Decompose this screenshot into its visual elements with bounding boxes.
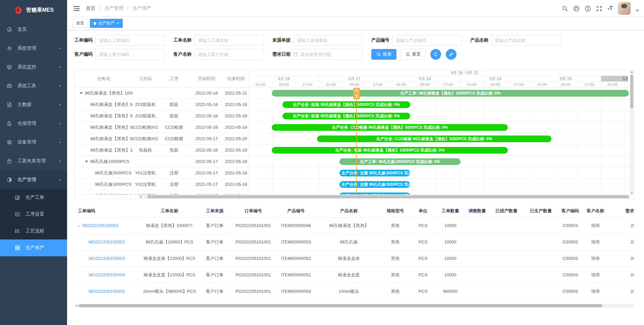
gantt-row[interactable]: 96孔移液盒【黑色】5000P Z02组装机组装 2022-05-162022-… <box>75 110 634 122</box>
work-order-name-input[interactable] <box>194 35 264 46</box>
sidebar-item-process-settings[interactable]: 工序设置 <box>0 206 67 223</box>
customer-name-input[interactable] <box>194 49 264 60</box>
scrollbar-thumb[interactable] <box>630 75 633 108</box>
sidebar-item-system-mgmt[interactable]: 系统管理 ▾ <box>0 39 67 58</box>
hour-tick: 09:00 <box>272 82 296 87</box>
today-line <box>356 179 357 190</box>
gantt-row[interactable]: 96孔移液盒【黑色】10000PC 2022-05-162022-05-21 今… <box>75 88 634 99</box>
breadcrumb-production-mgmt[interactable]: 生产管理 <box>105 5 123 11</box>
scrollbar-thumb[interactable] <box>79 304 602 307</box>
gantt-range-row: 5月 16 - 5月 22 <box>249 70 634 76</box>
sidebar-item-label: 工装夹具管理 <box>17 158 46 164</box>
gantt-bar-order[interactable]: 生产工单: 96孔孔板10000PCS 完成比例: 0% <box>339 158 461 165</box>
work-order-link[interactable]: MO202205150003 <box>89 256 125 261</box>
collapse-triangle-icon[interactable] <box>85 161 88 163</box>
gantt-bar-task[interactable]: 生产任务: 组装 96孔移液盒【黑色】5000PCS 完成比例: 0% <box>282 113 410 119</box>
sidebar-item-production-mgmt[interactable]: 生产管理 ▾ <box>0 170 67 189</box>
sidebar-item-work-orders[interactable]: 生产工单 <box>0 189 67 206</box>
process-icon <box>15 212 20 217</box>
gantt-row[interactable]: 96孔孔板3000PCS Y02注塑机注塑 2022-05-172022-05-… <box>75 179 634 190</box>
source-doc-input[interactable] <box>293 35 363 46</box>
app-logo[interactable]: 苦糖果MES <box>0 0 67 20</box>
sidebar-item-home[interactable]: 首页 <box>0 20 67 39</box>
search-icon[interactable] <box>562 5 568 12</box>
gantt-timeline-header: 5月 16 - 5月 22 5月 16 5月 17 5月 18 5月 19 5月… <box>249 70 634 87</box>
layers-icon <box>7 140 12 145</box>
edit-schedule-button[interactable] <box>446 49 457 60</box>
sidebar-item-process-flow[interactable]: 工艺流程 <box>0 223 67 239</box>
sidebar-item-warehouse[interactable]: 仓储管理 ▾ <box>0 114 67 133</box>
gantt-row[interactable]: 96孔移液盒【黑色】5000P CCD检测#01CCD检测 2022-05-16… <box>75 122 634 133</box>
gantt-row[interactable]: 96孔移液盒【黑色】5000P Z01组装机组装 2022-05-162022-… <box>75 99 634 110</box>
scroll-left-arrow-icon[interactable]: ◄ <box>74 304 78 308</box>
table-row[interactable]: ∨MO202205150001 移液盒【黑色】10000个客户订单PO20220… <box>74 217 634 234</box>
gantt-row[interactable]: 96孔孔板3000PCS Y01注塑机注塑 2022-05-172022-05-… <box>75 167 634 179</box>
today-line <box>356 190 357 195</box>
gantt-row[interactable]: 96孔移液盒【黑色】1000 包装机包装 2022-05-162022-05-1… <box>75 145 634 156</box>
gantt-bar-selected[interactable]: 生产任务: 注塑 96孔孔板3000PCS 完成比例: 0% <box>339 181 410 188</box>
gantt-col-process: 工序 <box>158 76 190 82</box>
avatar[interactable] <box>618 2 631 15</box>
expand-caret-icon[interactable]: ∨ <box>78 224 80 228</box>
monitor-icon <box>7 64 12 70</box>
gantt-bar-task[interactable]: 生产任务: 组装 96孔移液盒【黑色】5000PCS 完成比例: 0% <box>282 101 410 108</box>
gantt-col-task: 任务名 <box>75 76 133 82</box>
col-header: 已生产数量 <box>523 205 558 217</box>
sidebar-item-system-tools[interactable]: 系统工具 ▾ <box>0 76 67 95</box>
work-order-link[interactable]: MO202205150005 <box>89 289 125 294</box>
github-icon[interactable] <box>573 5 580 12</box>
gantt-bar-task[interactable]: 生产任务: CCD检测 96孔移液盒【黑色】5000PCS 完成比例: 0% <box>272 124 508 131</box>
table-row[interactable]: MO202205150003 移液盒盒体【10000】PCS客户订单PO2022… <box>74 250 634 267</box>
table-row[interactable]: MO202205150002 96孔孔板【10000】PCS客户订单PO2022… <box>74 234 634 250</box>
field-label: 工单名称 <box>173 37 194 43</box>
work-order-link[interactable]: MO202205150001 <box>83 223 119 228</box>
scrollbar-thumb[interactable] <box>147 195 629 198</box>
table-row[interactable]: MO202205150005 10mm吸头【960000】PCS客户订单PO20… <box>74 283 634 300</box>
gantt-bar-task[interactable]: 生产任务: CCD检测 96孔移液盒【黑色】5000PCS 完成比例: 0% <box>317 136 551 142</box>
gantt-bar-order[interactable]: 生产工单: 96孔移液盒【黑色】10000PCS 完成比例: 0% <box>272 90 629 97</box>
gantt-row[interactable]: 96孔移液盒【黑色】5000P CCD检测#02CCD检测 2022-05-17… <box>75 133 634 145</box>
caret-down-icon[interactable] <box>636 10 639 12</box>
scroll-up-arrow-icon[interactable]: ▲ <box>630 70 634 74</box>
work-order-link[interactable]: MO202205150004 <box>89 272 125 277</box>
refresh-gantt-button[interactable] <box>430 49 441 60</box>
gantt-row[interactable]: 96孔孔板10000PCS 2022-05-172022-05-19 生产工单:… <box>75 156 634 167</box>
sidebar-item-master-data[interactable]: 主数据 ▾ <box>0 95 67 114</box>
hour-tick: 09:00 <box>554 82 578 87</box>
work-order-code-input[interactable] <box>95 35 165 46</box>
product-code-input[interactable] <box>392 35 462 46</box>
search-button[interactable]: 搜索 <box>371 49 396 60</box>
sidebar-item-label: 主数据 <box>17 102 32 108</box>
sidebar-item-system-monitor[interactable]: 系统监控 ▾ <box>0 58 67 76</box>
table-row[interactable]: MO202205150004 移液盒盒盖【10000】PCS客户订单PO2022… <box>74 267 634 283</box>
tab-home[interactable]: 首页 <box>72 19 88 28</box>
work-order-link[interactable]: MO202205150002 <box>89 239 125 245</box>
gantt-horizontal-scrollbar[interactable]: ◄ <box>75 195 634 199</box>
sidebar-item-production-scheduling[interactable]: 生产排产 <box>0 239 67 256</box>
gantt-bar-selected[interactable]: 生产任务: 注塑 96孔孔板3000PCS 完成比例: 0% <box>339 170 410 176</box>
fullscreen-icon[interactable] <box>596 5 602 12</box>
product-name-input[interactable] <box>491 35 561 46</box>
sidebar-item-equipment[interactable]: 设备管理 ▾ <box>0 133 67 152</box>
gantt-body: 96孔移液盒【黑色】10000PC 2022-05-162022-05-21 今… <box>75 88 634 195</box>
col-header: 工单名称 <box>141 205 198 217</box>
scroll-left-arrow-icon[interactable]: ◄ <box>139 195 143 199</box>
gantt-vertical-scrollbar[interactable]: ▲ ▼ <box>630 70 634 195</box>
close-icon[interactable]: × <box>117 21 119 25</box>
reset-button[interactable]: 重置 <box>400 49 426 60</box>
col-header: 调整数量 <box>465 205 490 217</box>
collapse-triangle-icon[interactable] <box>79 92 83 94</box>
lock-icon <box>7 158 12 164</box>
customer-code-input[interactable] <box>95 49 165 60</box>
sidebar-fold-icon[interactable] <box>73 5 80 12</box>
tab-production-scheduling[interactable]: 生产排产× <box>90 19 123 28</box>
gantt-bar-task[interactable]: 生产任务: 包装 96孔移液盒【黑色】10000PCS 完成比例: 0% <box>272 147 508 154</box>
day-cell: 5月 17 <box>319 76 390 82</box>
sidebar-item-fixtures[interactable]: 工装夹具管理 ▾ <box>0 152 67 170</box>
breadcrumb-home[interactable]: 首页 <box>86 5 95 11</box>
scroll-down-arrow-icon[interactable]: ▼ <box>630 191 634 195</box>
demand-date-input[interactable] <box>290 49 363 60</box>
table-horizontal-scrollbar[interactable]: ◄ <box>74 304 634 308</box>
help-icon[interactable] <box>585 5 591 12</box>
font-size-icon[interactable]: тT <box>607 5 613 12</box>
